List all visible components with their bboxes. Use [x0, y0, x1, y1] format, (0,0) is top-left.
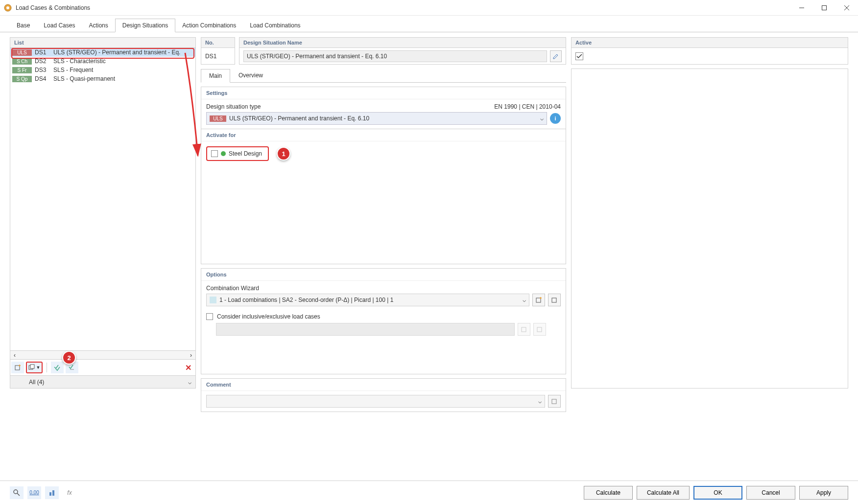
- svg-rect-14: [552, 399, 556, 404]
- no-panel: No. DS1: [201, 37, 235, 65]
- inclusive-exclusive-input: [216, 323, 515, 336]
- svg-point-15: [14, 490, 18, 494]
- activate-title: Activate for: [201, 129, 566, 141]
- settings-title: Settings: [201, 87, 566, 99]
- ok-button[interactable]: OK: [693, 486, 742, 500]
- maximize-button[interactable]: [813, 0, 835, 16]
- comment-dropdown[interactable]: ⌵: [206, 395, 545, 408]
- info-button[interactable]: i: [550, 113, 561, 124]
- chevron-down-icon: ⌵: [188, 379, 191, 386]
- list-desc: SLS - Frequent: [53, 67, 93, 73]
- list-scrollbar[interactable]: ‹ ›: [10, 351, 196, 360]
- list-desc: SLS - Quasi-permanent: [53, 75, 115, 82]
- svg-rect-8: [30, 365, 34, 368]
- cancel-button[interactable]: Cancel: [746, 486, 795, 500]
- comment-section: Comment ⌵: [201, 378, 566, 412]
- badge-sqp: S Qp: [12, 76, 32, 82]
- combination-wizard-dropdown[interactable]: 1 - Load combinations | SA2 - Second-ord…: [206, 294, 529, 306]
- activate-section: Activate for Steel Design 1: [201, 129, 566, 264]
- new-wizard-button[interactable]: [532, 294, 545, 306]
- name-panel: Design Situation Name ULS (STR/GEO) - Pe…: [239, 37, 566, 65]
- subtab-main[interactable]: Main: [201, 69, 230, 83]
- svg-rect-6: [15, 366, 20, 370]
- type-label: Design situation type: [206, 103, 261, 110]
- green-status-dot-icon: [221, 151, 226, 156]
- chevron-down-icon: ⌵: [523, 297, 526, 303]
- steel-design-checkbox-row[interactable]: Steel Design: [206, 146, 269, 161]
- calculate-button[interactable]: Calculate: [584, 486, 633, 500]
- list-box[interactable]: ULS DS1 ULS (STR/GEO) - Permanent and tr…: [10, 48, 196, 351]
- options-section: Options Combination Wizard 1 - Load comb…: [201, 268, 566, 374]
- badge-sfr: S Fr: [12, 67, 32, 73]
- svg-rect-17: [49, 492, 51, 496]
- check-all-button[interactable]: [51, 362, 64, 373]
- scroll-left-icon[interactable]: ‹: [10, 352, 19, 359]
- svg-rect-18: [52, 490, 54, 496]
- list-item-ds4[interactable]: S Qp DS4 SLS - Quasi-permanent: [10, 74, 195, 83]
- model-button[interactable]: [45, 486, 59, 499]
- svg-rect-3: [822, 5, 827, 10]
- chevron-down-icon: ⌵: [538, 398, 545, 405]
- function-button[interactable]: fx: [63, 486, 76, 499]
- cw-label: Combination Wizard: [206, 285, 561, 292]
- list-code: DS4: [35, 75, 50, 82]
- active-checkbox[interactable]: [575, 52, 583, 60]
- list-code: DS3: [35, 67, 50, 73]
- name-input[interactable]: ULS (STR/GEO) - Permanent and transient …: [243, 50, 547, 62]
- list-item-ds1[interactable]: ULS DS1 ULS (STR/GEO) - Permanent and tr…: [10, 48, 195, 57]
- settings-section: Settings Design situation type EN 1990 |…: [201, 87, 566, 129]
- copy-item-button[interactable]: ▼: [26, 362, 43, 373]
- badge-uls: ULS: [12, 49, 32, 56]
- badge-sch: S Ch: [12, 58, 32, 65]
- active-header: Active: [571, 37, 848, 48]
- delete-button[interactable]: ✕: [182, 363, 194, 372]
- tab-actions[interactable]: Actions: [82, 19, 115, 32]
- name-header: Design Situation Name: [239, 37, 566, 48]
- sub-tabs: Main Overview: [201, 69, 566, 83]
- bottom-bar: 0,00 fx Calculate Calculate All OK Cance…: [0, 481, 858, 504]
- steel-checkbox[interactable]: [211, 150, 218, 157]
- search-button[interactable]: [10, 486, 24, 499]
- tab-design-situations[interactable]: Design Situations: [115, 19, 175, 32]
- comment-edit-button[interactable]: [548, 395, 561, 408]
- app-icon: [4, 4, 12, 12]
- right-empty-panel: [571, 69, 848, 389]
- list-code: DS1: [35, 49, 50, 56]
- window-title: Load Cases & Combinations: [16, 4, 790, 11]
- new-inc-button: [518, 323, 530, 336]
- new-item-button[interactable]: [11, 362, 24, 373]
- edit-wizard-button[interactable]: [548, 294, 561, 306]
- tab-base[interactable]: Base: [10, 19, 37, 32]
- titlebar: Load Cases & Combinations: [0, 0, 858, 16]
- list-item-ds3[interactable]: S Fr DS3 SLS - Frequent: [10, 66, 195, 74]
- consider-checkbox[interactable]: [206, 313, 213, 320]
- list-code: DS2: [35, 58, 50, 65]
- calculate-all-button[interactable]: Calculate All: [637, 486, 690, 500]
- edit-name-button[interactable]: [550, 50, 562, 62]
- main-tabs: Base Load Cases Actions Design Situation…: [0, 19, 858, 32]
- list-item-ds2[interactable]: S Ch DS2 SLS - Characteristic: [10, 57, 195, 66]
- annotation-badge-2: 2: [62, 351, 76, 365]
- tab-action-combinations[interactable]: Action Combinations: [175, 19, 243, 32]
- svg-rect-12: [522, 327, 526, 332]
- design-type-dropdown[interactable]: ULS ULS (STR/GEO) - Permanent and transi…: [206, 112, 547, 125]
- apply-button[interactable]: Apply: [799, 486, 848, 500]
- active-panel: Active: [571, 37, 848, 65]
- edit-inc-button: [533, 323, 546, 336]
- units-button[interactable]: 0,00: [27, 486, 41, 499]
- close-button[interactable]: [835, 0, 858, 16]
- list-panel: List ULS DS1 ULS (STR/GEO) - Permanent a…: [10, 37, 196, 389]
- subtab-overview[interactable]: Overview: [230, 69, 271, 82]
- svg-line-16: [17, 493, 20, 496]
- tab-load-cases[interactable]: Load Cases: [37, 19, 82, 32]
- list-header: List: [10, 37, 196, 48]
- comment-title: Comment: [201, 379, 566, 391]
- cw-value: 1 - Load combinations | SA2 - Second-ord…: [219, 297, 393, 303]
- scroll-right-icon[interactable]: ›: [187, 352, 195, 359]
- no-value: DS1: [205, 53, 216, 60]
- list-toolbar: ▼ ✕ 2: [10, 360, 196, 376]
- minimize-button[interactable]: [790, 0, 813, 16]
- list-filter-dropdown[interactable]: All (4) ⌵: [10, 376, 196, 389]
- badge-uls: ULS: [210, 115, 226, 122]
- tab-load-combinations[interactable]: Load Combinations: [243, 19, 307, 32]
